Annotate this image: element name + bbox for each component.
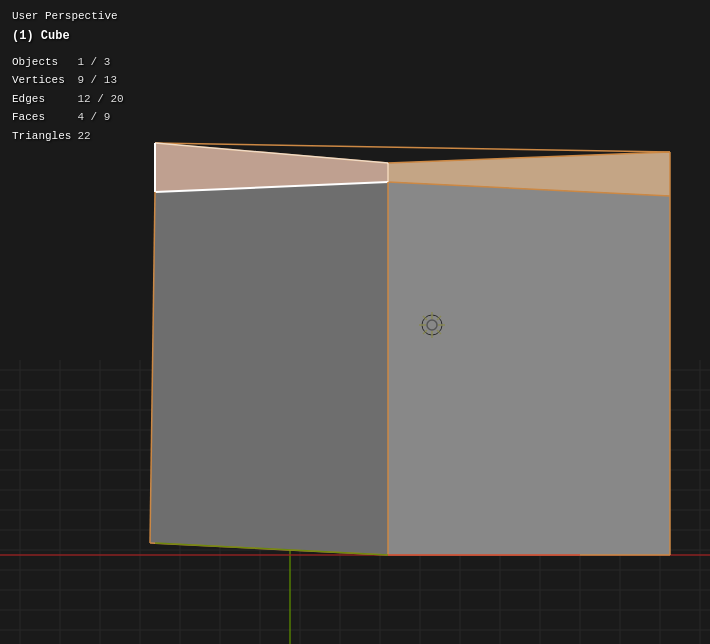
- 3d-viewport[interactable]: User Perspective (1) Cube Objects 1 / 3 …: [0, 0, 710, 644]
- svg-marker-36: [150, 182, 388, 555]
- svg-marker-35: [388, 182, 670, 555]
- scene-svg: [0, 0, 710, 644]
